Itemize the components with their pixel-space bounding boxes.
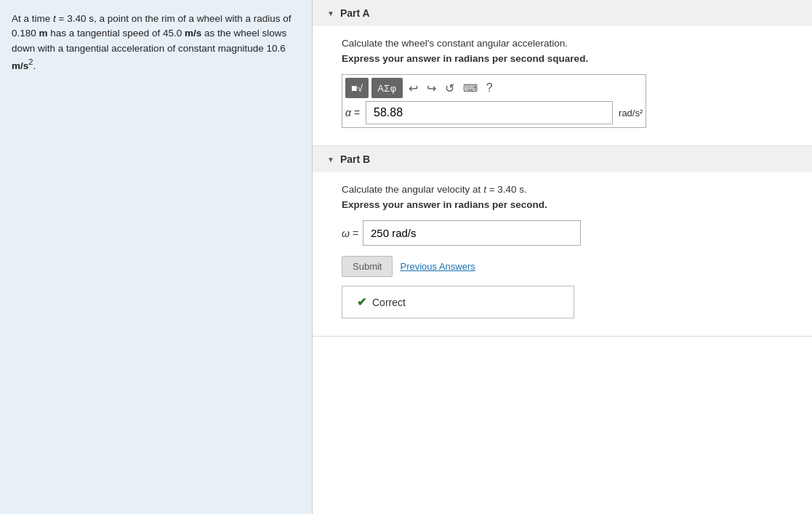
part-b-content: Calculate the angular velocity at t = 3.… (313, 172, 812, 336)
part-b-answer-input[interactable] (363, 220, 581, 246)
part-a-chevron-icon: ▼ (327, 9, 334, 17)
part-a-unit: rad/s² (619, 108, 643, 119)
part-b-description: Calculate the angular velocity at t = 3.… (342, 184, 783, 195)
redo-button[interactable]: ↪ (424, 80, 439, 97)
square-root-button[interactable]: ■√ (345, 78, 369, 98)
greek-label: ΑΣφ (377, 83, 397, 94)
part-b-section: ▼ Part B Calculate the angular velocity … (313, 146, 812, 337)
previous-answers-label: Previous Answers (400, 261, 475, 272)
keyboard-button[interactable]: ⌨ (460, 81, 481, 95)
part-a-alpha-label: α = (345, 107, 360, 119)
part-b-chevron-icon: ▼ (327, 156, 334, 164)
keyboard-icon: ⌨ (463, 82, 478, 94)
part-a-title: Part A (340, 7, 370, 19)
part-b-submit-row: Submit Previous Answers (342, 256, 783, 277)
problem-statement: At a time t = 3.40 s, a point on the rim… (0, 0, 313, 514)
part-a-math-input-container: ■√ ΑΣφ ↩ ↪ ↺ ⌨ (342, 74, 646, 128)
undo-icon: ↩ (409, 81, 418, 95)
square-root-icon: ■√ (351, 82, 363, 94)
help-button[interactable]: ? (483, 80, 496, 96)
refresh-icon: ↺ (445, 81, 454, 95)
part-a-section: ▼ Part A Calculate the wheel's constant … (313, 0, 812, 146)
part-a-toolbar: ■√ ΑΣφ ↩ ↪ ↺ ⌨ (345, 78, 643, 98)
part-b-title: Part B (340, 153, 370, 165)
undo-button[interactable]: ↩ (406, 80, 421, 97)
part-a-answer-input[interactable] (366, 101, 613, 124)
part-a-description: Calculate the wheel's constant angular a… (342, 38, 783, 49)
problem-text: At a time t = 3.40 s, a point on the rim… (12, 12, 300, 73)
correct-label: Correct (372, 297, 406, 308)
greek-symbols-button[interactable]: ΑΣφ (371, 78, 403, 98)
part-b-answer-row: ω = (342, 220, 783, 246)
submit-label: Submit (353, 261, 382, 272)
part-a-header[interactable]: ▼ Part A (313, 0, 812, 26)
previous-answers-button[interactable]: Previous Answers (400, 261, 475, 272)
submit-button[interactable]: Submit (342, 256, 393, 277)
correct-box: ✔ Correct (342, 286, 574, 318)
part-a-content: Calculate the wheel's constant angular a… (313, 26, 812, 145)
part-b-header[interactable]: ▼ Part B (313, 146, 812, 172)
refresh-button[interactable]: ↺ (442, 80, 457, 97)
part-a-answer-row: α = rad/s² (345, 101, 643, 124)
part-b-instruction: Express your answer in radians per secon… (342, 199, 783, 210)
right-panel: ▼ Part A Calculate the wheel's constant … (313, 0, 812, 514)
part-a-instruction: Express your answer in radians per secon… (342, 53, 783, 64)
check-icon: ✔ (357, 295, 366, 309)
redo-icon: ↪ (427, 81, 436, 95)
help-icon: ? (486, 81, 493, 95)
part-b-omega-label: ω = (342, 228, 358, 239)
